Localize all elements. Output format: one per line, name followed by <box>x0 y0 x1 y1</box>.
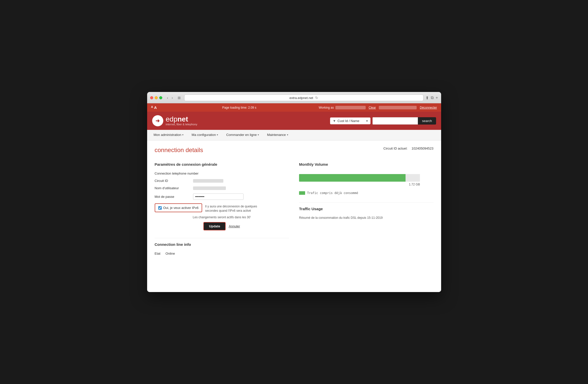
volume-legend: Trafic compris déjà consommé <box>299 191 434 195</box>
legend-box <box>299 191 305 195</box>
traffic-usage-title: Traffic Usage <box>299 207 434 211</box>
nav-maintenance-label: Maintenance <box>267 133 286 137</box>
account-value <box>379 106 417 109</box>
right-column: Monthly Volume 1.72 GB Trafic compris dé… <box>299 162 434 255</box>
nav-item-configuration[interactable]: Ma configuration ▾ <box>188 130 222 140</box>
etat-row: Etat Online <box>155 252 289 255</box>
deconnecter-button[interactable]: Déconnecter <box>420 106 437 109</box>
monthly-volume-section: 1.72 GB Trafic compris déjà consommé <box>299 174 434 195</box>
connection-line-title: Connection line info <box>155 242 289 247</box>
annuler-link[interactable]: Annuler <box>229 224 240 228</box>
main-nav: Mon administration ▾ Ma configuration ▾ … <box>147 130 441 140</box>
logo-edp: edp <box>166 115 178 123</box>
search-input[interactable] <box>372 117 418 125</box>
password-label: Mot de passe <box>155 195 190 199</box>
ipv6-checkbox-box[interactable]: Oui, je veux activer IPv6 <box>155 203 202 212</box>
legend-label: Trafic compris déjà consommé <box>307 191 358 195</box>
close-button[interactable] <box>150 96 153 99</box>
left-column: Paramètres de connexion générale Connect… <box>155 162 289 255</box>
working-as-section: Working as <box>319 106 366 109</box>
minimize-button[interactable] <box>155 96 158 99</box>
maximize-button[interactable] <box>159 96 162 99</box>
circuit-id-row-form: Circuit ID <box>155 179 289 183</box>
nav-administration-chevron: ▾ <box>182 133 183 136</box>
page-load-time: Page loading time: 2.09 s <box>222 106 256 109</box>
logo-text-area: edpnet internet, fiber & telephony <box>166 116 197 126</box>
username-value <box>193 186 226 190</box>
volume-bar-fill <box>299 174 406 182</box>
search-button[interactable]: search <box>418 117 436 125</box>
browser-titlebar: ‹ › ⊞ extra.edpnet.net ↻ ⬆ ⧉ + <box>147 92 441 103</box>
volume-bar-bg <box>299 174 420 182</box>
page-title: connection details <box>155 147 203 154</box>
password-input[interactable] <box>193 194 244 200</box>
nav-configuration-label: Ma configuration <box>192 133 216 137</box>
action-buttons: Update Annuler <box>155 222 289 230</box>
nav-administration-label: Mon administration <box>154 133 181 137</box>
share-button[interactable]: ⬆ <box>425 95 429 100</box>
volume-label: 1.72 GB <box>299 183 420 186</box>
traffic-usage-section: Traffic Usage Résumé de la consommation … <box>299 202 434 220</box>
nav-item-maintenance[interactable]: Maintenance ▾ <box>263 130 292 140</box>
nav-item-commander[interactable]: Commander en ligne ▾ <box>222 130 263 140</box>
chevron-down-icon: ▾ <box>366 119 368 123</box>
traffic-lights <box>150 96 162 99</box>
refresh-button[interactable]: ↻ <box>315 96 318 100</box>
ipv6-row: Oui, je veux activer IPv6 Il y aura une … <box>155 203 289 213</box>
admin-bar: A A Page loading time: 2.09 s Working as… <box>147 103 441 112</box>
browser-window: ‹ › ⊞ extra.edpnet.net ↻ ⬆ ⧉ + A A Page … <box>147 92 441 292</box>
font-controls: A A <box>151 105 157 110</box>
update-button[interactable]: Update <box>203 222 226 230</box>
back-button[interactable]: ‹ <box>166 95 170 100</box>
search-box: search <box>372 117 436 125</box>
nav-maintenance-chevron: ▾ <box>287 133 288 136</box>
circuit-id-label: Circuit ID actuel: <box>383 147 407 150</box>
password-row: Mot de passe <box>155 194 289 200</box>
logo-area: ➜ edpnet internet, fiber & telephony <box>152 115 197 126</box>
content-columns: Paramètres de connexion générale Connect… <box>155 162 434 255</box>
nav-configuration-chevron: ▾ <box>217 133 218 136</box>
circuit-id-form-value <box>193 179 223 183</box>
logo-subtitle: internet, fiber & telephony <box>166 123 197 126</box>
url-display: extra.edpnet.net <box>289 96 313 100</box>
params-section-title: Paramètres de connexion générale <box>155 162 289 166</box>
ipv6-label: Oui, je veux activer IPv6 <box>163 206 199 210</box>
changes-note: Les changements seront actifs dans les 3… <box>155 215 289 219</box>
filter-label: Cust Id / Name <box>337 119 359 123</box>
nav-commander-chevron: ▾ <box>258 133 259 136</box>
working-as-label: Working as <box>319 106 334 109</box>
circuit-id-form-label: Circuit ID <box>155 179 190 183</box>
nav-commander-label: Commander en ligne <box>226 133 257 137</box>
etat-label: Etat <box>155 252 161 255</box>
circuit-id-value: 102405094523 <box>412 147 434 150</box>
etat-value: Online <box>166 252 175 255</box>
logo-icon: ➜ <box>152 115 163 126</box>
filter-dropdown[interactable]: ▼ Cust Id / Name ▾ <box>330 117 370 124</box>
username-label: Nom d'utilisateur <box>155 186 190 190</box>
newtab-button[interactable]: ⧉ <box>431 95 434 100</box>
username-row: Nom d'utilisateur <box>155 186 289 190</box>
plus-button[interactable]: + <box>436 95 438 100</box>
connection-phone-row: Connection telephone number <box>155 172 289 175</box>
sidebar-toggle-button[interactable]: ⊞ <box>176 95 182 100</box>
volume-bar-container: 1.72 GB <box>299 174 434 186</box>
monthly-volume-title: Monthly Volume <box>299 162 434 166</box>
ipv6-checkbox[interactable] <box>158 206 162 210</box>
forward-button[interactable]: › <box>170 95 174 100</box>
main-content: connection details Circuit ID actuel: 10… <box>147 140 441 292</box>
logo-net: net <box>177 115 188 123</box>
address-bar: extra.edpnet.net ↻ <box>184 94 423 101</box>
clear-button[interactable]: Clear <box>369 106 376 109</box>
traffic-usage-subtitle: Résumé de la consommation du trafic DSL … <box>299 216 434 220</box>
circuit-id-row: Circuit ID actuel: 102405094523 <box>383 147 433 150</box>
connection-phone-label: Connection telephone number <box>155 172 199 175</box>
font-large-button[interactable]: A <box>154 105 157 110</box>
nav-item-administration[interactable]: Mon administration ▾ <box>150 130 188 140</box>
logo-text: edpnet <box>166 116 197 123</box>
filter-icon: ▼ <box>333 119 336 123</box>
header-search: ▼ Cust Id / Name ▾ search <box>330 117 436 125</box>
connection-line-section: Connection line info Etat Online <box>155 238 289 255</box>
site-header: ➜ edpnet internet, fiber & telephony ▼ C… <box>147 112 441 130</box>
font-small-button[interactable]: A <box>151 105 153 110</box>
browser-actions: ⬆ ⧉ + <box>425 95 438 100</box>
